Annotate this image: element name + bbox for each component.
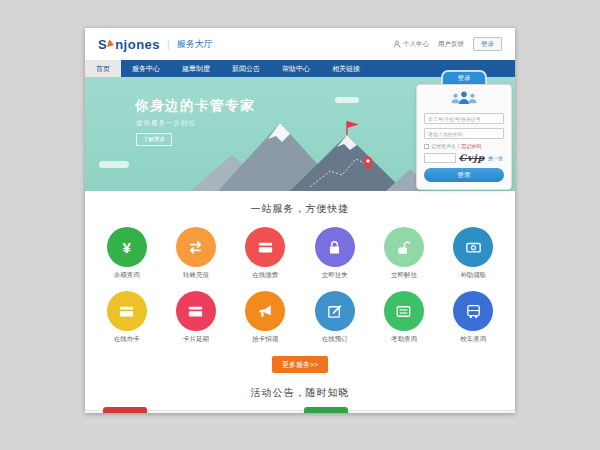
service-item-school-bus[interactable]: 校车查询: [439, 291, 508, 344]
site-name: 服务大厅: [177, 38, 213, 51]
header-login-button[interactable]: 登录: [473, 37, 502, 51]
lock-icon: [315, 227, 355, 267]
yuan-icon: ¥: [107, 227, 147, 267]
megaphone-icon: [245, 291, 285, 331]
nav-item-news[interactable]: 新闻公告: [221, 60, 271, 77]
bus-icon: [453, 291, 493, 331]
captcha-image[interactable]: Cvjp: [459, 153, 485, 163]
service-item-report-loss[interactable]: 立即挂失: [300, 227, 369, 280]
login-options: 记住用户名 | 忘记密码: [424, 143, 504, 149]
feedback-label: 用户反馈: [438, 40, 464, 49]
service-item-unfreeze[interactable]: 立即解挂: [369, 227, 438, 280]
service-item-lost-found[interactable]: 拾卡招领: [231, 291, 300, 344]
remember-label: 记住用户名: [431, 143, 456, 149]
service-item-booking[interactable]: 在线预订: [300, 291, 369, 344]
captcha-refresh-link[interactable]: 换一张: [488, 155, 503, 161]
options-divider: |: [458, 143, 459, 149]
service-item-card-extension[interactable]: 卡片延期: [161, 291, 230, 344]
nav-item-links[interactable]: 相关链接: [321, 60, 371, 77]
announcements-title: 活动公告，随时知晓: [85, 386, 515, 400]
login-form: 记住用户名 | 忘记密码 Cvjp 换一张 登录: [416, 84, 512, 190]
cloud-shape: [99, 161, 129, 168]
feedback-link[interactable]: 用户反馈: [438, 40, 464, 49]
service-item-transfer[interactable]: 转账充值: [161, 227, 230, 280]
logo-bolt-icon: [107, 39, 115, 48]
tab-usage-notice[interactable]: 使用须知: [103, 407, 147, 413]
forgot-password-link[interactable]: 忘记密码: [461, 143, 481, 149]
cloud-shape: [335, 97, 359, 103]
unlock-icon: [384, 227, 424, 267]
captcha-input[interactable]: [424, 153, 456, 163]
banknote-icon: [453, 227, 493, 267]
user-center-label: 个人中心: [403, 40, 429, 49]
service-item-subsidy[interactable]: 补助领取: [439, 227, 508, 280]
page: S njones | 服务大厅 个人中心 用户反馈 登录 首页 服务中心 规章制…: [85, 28, 515, 413]
bank-card-icon: [107, 291, 147, 331]
announcements-section: 活动公告，随时知晓 使用须知 最新公告 更多>> 使用指南 更多>>: [85, 386, 515, 413]
service-item-attendance[interactable]: 考勤查询: [369, 291, 438, 344]
more-services-button[interactable]: 更多服务>>: [272, 356, 328, 373]
login-tab[interactable]: 登录: [441, 70, 487, 84]
announcements-tab-bar: 使用须知 最新公告 更多>> 使用指南 更多>>: [85, 410, 515, 413]
announcements-left-group: 使用须知 最新公告 更多>>: [85, 411, 300, 413]
banner-title: 你身边的卡管专家: [135, 97, 255, 115]
username-input[interactable]: [424, 113, 504, 124]
login-panel: 登录 记住用户名 | 忘记密码: [416, 70, 512, 190]
nav-item-rules[interactable]: 规章制度: [171, 60, 221, 77]
person-icon: [393, 40, 401, 48]
synjones-logo[interactable]: S njones: [98, 37, 160, 52]
password-input[interactable]: [424, 128, 504, 139]
banner-cta-button[interactable]: 了解更多: [136, 133, 172, 146]
services-section: 一站服务，方便快捷 ¥ 余额查询 转账充值 在线缴费: [85, 191, 515, 373]
transfer-icon: [176, 227, 216, 267]
remember-checkbox[interactable]: [424, 144, 429, 149]
tab-usage-guide[interactable]: 使用指南: [304, 407, 348, 413]
mountains-illustration: [190, 109, 425, 191]
user-center-link[interactable]: 个人中心: [393, 40, 429, 49]
service-item-apply-card[interactable]: 在线办卡: [92, 291, 161, 344]
nav-item-help[interactable]: 帮助中心: [271, 60, 321, 77]
header-right: 个人中心 用户反馈 登录: [393, 37, 502, 51]
services-grid: ¥ 余额查询 转账充值 在线缴费 立即挂失: [92, 227, 508, 344]
edit-icon: [315, 291, 355, 331]
logo-text-suffix: njones: [115, 37, 160, 52]
announcements-right-group: 使用指南 更多>>: [300, 411, 515, 413]
nav-item-service-center[interactable]: 服务中心: [121, 60, 171, 77]
service-item-balance[interactable]: ¥ 余额查询: [92, 227, 161, 280]
bank-card-icon: [245, 227, 285, 267]
service-item-pay[interactable]: 在线缴费: [231, 227, 300, 280]
header-divider: |: [167, 39, 170, 50]
nav-item-home[interactable]: 首页: [85, 60, 121, 77]
services-title: 一站服务，方便快捷: [85, 202, 515, 216]
logo-text-prefix: S: [98, 37, 107, 52]
bank-card-icon: [176, 291, 216, 331]
attendance-icon: [384, 291, 424, 331]
users-group-icon: [424, 90, 504, 109]
header: S njones | 服务大厅 个人中心 用户反馈 登录: [85, 28, 515, 60]
banner-subtitle: 提供服务一步到位: [136, 119, 196, 128]
captcha-row: Cvjp 换一张: [424, 153, 504, 163]
login-submit-button[interactable]: 登录: [424, 168, 504, 182]
